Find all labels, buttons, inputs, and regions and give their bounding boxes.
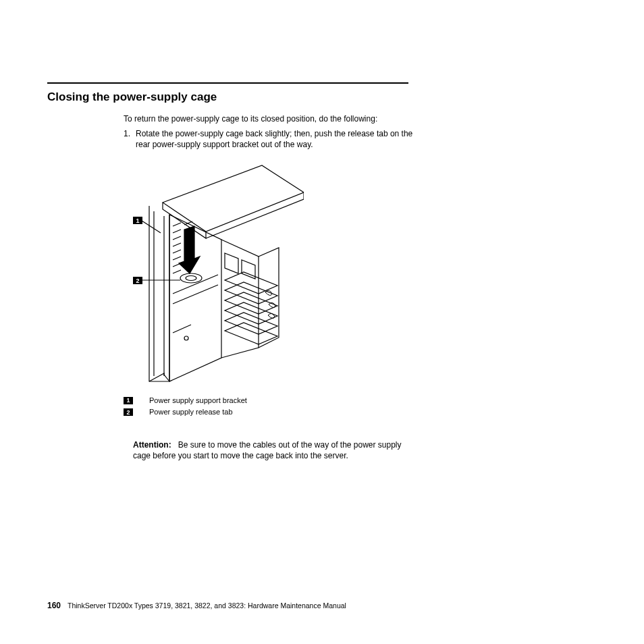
svg-point-2 bbox=[184, 336, 188, 340]
page-body: Closing the power-supply cage To return … bbox=[0, 0, 644, 461]
step-1: 1. Rotate the power-supply cage back sli… bbox=[124, 128, 414, 150]
content-block: To return the power-supply cage to its c… bbox=[124, 113, 414, 461]
intro-text: To return the power-supply cage to its c… bbox=[124, 113, 414, 124]
legend-row-1: 1 Power supply support bracket bbox=[124, 396, 414, 406]
section-heading: Closing the power-supply cage bbox=[47, 90, 597, 104]
legend-label-2: Power supply release tab bbox=[149, 407, 233, 417]
page-footer: 160 ThinkServer TD200x Types 3719, 3821,… bbox=[47, 601, 346, 610]
callout-1: 1 bbox=[136, 217, 139, 224]
legend: 1 Power supply support bracket 2 Power s… bbox=[124, 396, 414, 418]
attention-block: Attention: Be sure to move the cables ou… bbox=[133, 439, 411, 461]
legend-row-2: 2 Power supply release tab bbox=[124, 407, 414, 417]
footer-page-number: 160 bbox=[47, 601, 61, 610]
svg-point-0 bbox=[180, 273, 202, 283]
legend-label-1: Power supply support bracket bbox=[149, 396, 247, 406]
attention-text: Be sure to move the cables out of the wa… bbox=[133, 440, 402, 460]
attention-label: Attention: bbox=[133, 440, 171, 450]
svg-point-1 bbox=[186, 275, 196, 280]
callout-2: 2 bbox=[136, 277, 139, 284]
step-text: Rotate the power-supply cage back slight… bbox=[136, 128, 414, 150]
footer-title: ThinkServer TD200x Types 3719, 3821, 382… bbox=[68, 601, 346, 610]
heading-rule bbox=[47, 82, 408, 84]
power-supply-cage-diagram: 1 2 bbox=[124, 159, 304, 385]
legend-badge-1: 1 bbox=[124, 397, 133, 404]
step-number: 1. bbox=[124, 128, 136, 150]
legend-badge-2: 2 bbox=[124, 408, 133, 416]
